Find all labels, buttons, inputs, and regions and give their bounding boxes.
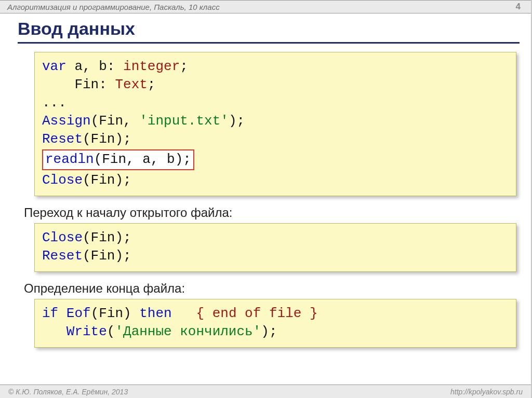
code-text: ( — [107, 324, 115, 339]
footer: © К.Ю. Поляков, Е.А. Ерёмин, 2013 http:/… — [0, 385, 531, 398]
fn-reset: Reset — [42, 131, 83, 147]
code-text — [172, 306, 196, 321]
subheading-1: Переход к началу открытого файла: — [24, 205, 520, 220]
code-text: ); — [229, 113, 245, 129]
code-block-2: Close(Fin); Reset(Fin); — [34, 223, 516, 272]
slide-content: Ввод данных var a, b: integer; Fin: Text… — [18, 19, 520, 357]
code-text: (Fin, a, b); — [94, 152, 191, 167]
comment: { end of file } — [196, 306, 318, 321]
fn-close: Close — [42, 172, 83, 188]
code-text: ... — [42, 95, 66, 111]
highlighted-line: readln(Fin, a, b); — [42, 149, 194, 170]
fn-reset: Reset — [42, 248, 83, 264]
page-title: Ввод данных — [18, 19, 520, 44]
code-block-1: var a, b: integer; Fin: Text; ... Assign… — [34, 52, 516, 196]
code-text: (Fin, — [91, 113, 140, 129]
fn-eof: Eof — [66, 306, 91, 321]
kw-integer: integer — [123, 59, 180, 74]
topbar: Алгоритмизация и программирование, Паска… — [0, 0, 531, 13]
code-text: (Fin); — [83, 230, 131, 245]
kw-then: then — [139, 306, 171, 321]
code-text — [42, 324, 66, 339]
fn-assign: Assign — [42, 113, 91, 129]
subheading-2: Определение конца файла: — [24, 281, 520, 296]
footer-left: © К.Ю. Поляков, Е.А. Ерёмин, 2013 — [8, 388, 128, 396]
fn-close: Close — [42, 230, 83, 245]
footer-right: http://kpolyakov.spb.ru — [450, 388, 523, 396]
code-text: (Fin); — [83, 248, 131, 264]
code-text: a, b: — [66, 59, 123, 74]
fn-readln: readln — [45, 152, 94, 167]
page-number: 4 — [516, 2, 524, 12]
code-text: (Fin); — [83, 131, 131, 147]
code-block-3: if Eof(Fin) then { end of file } Write('… — [34, 299, 516, 348]
fn-write: Write — [66, 324, 107, 339]
code-text: Fin: — [42, 77, 115, 92]
string-literal: 'Данные кончились' — [115, 324, 261, 339]
breadcrumb: Алгоритмизация и программирование, Паска… — [7, 3, 220, 11]
kw-text: Text — [115, 77, 147, 92]
code-text: ; — [180, 59, 188, 74]
code-text: (Fin); — [83, 172, 131, 188]
code-text — [58, 306, 66, 321]
code-text: ); — [261, 324, 277, 339]
kw-if: if — [42, 306, 58, 321]
string-literal: 'input.txt' — [139, 113, 229, 129]
kw-var: var — [42, 59, 66, 74]
code-text: (Fin) — [91, 306, 140, 321]
code-text: ; — [148, 77, 156, 92]
